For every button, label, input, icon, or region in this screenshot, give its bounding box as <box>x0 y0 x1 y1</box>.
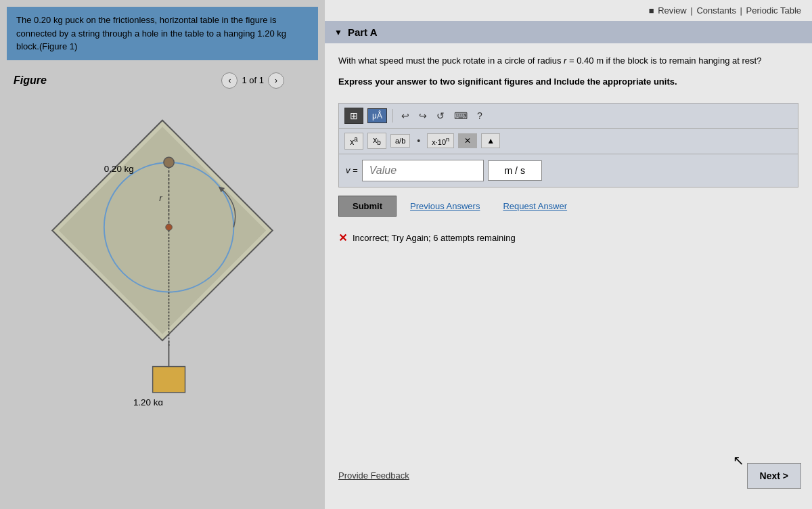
nav-page: 1 of 1 <box>242 75 264 85</box>
math-toolbar-row2: xa xb a/b • x·10n ✕ ▲ <box>338 129 798 154</box>
part-arrow-icon: ▼ <box>334 28 342 37</box>
answer-input-row: v = m / s <box>338 154 798 187</box>
figure-area: r 0.20 kg 1.20 kg <box>0 101 325 405</box>
figure-svg: r 0.20 kg 1.20 kg <box>14 101 311 405</box>
review-icon: ■ <box>649 5 654 16</box>
toolbar-undo-icon[interactable]: ↩ <box>399 109 412 123</box>
previous-answers-link[interactable]: Previous Answers <box>410 201 480 211</box>
toolbar-dot-icon[interactable]: • <box>414 134 423 148</box>
toolbar-reset-icon[interactable]: ↺ <box>434 109 447 123</box>
svg-rect-9 <box>153 366 185 392</box>
toolbar-separator <box>392 109 393 123</box>
nav-controls: ‹ 1 of 1 › <box>221 72 284 89</box>
next-button[interactable]: Next > <box>747 463 801 489</box>
toolbar-keyboard-icon[interactable]: ⌨ <box>451 109 470 123</box>
svg-marker-1 <box>59 127 266 334</box>
submit-area: Submit Previous Answers Request Answer <box>325 187 812 225</box>
figure-label-row: Figure ‹ 1 of 1 › <box>0 67 325 94</box>
svg-text:r: r <box>159 193 162 203</box>
unit-display: m / s <box>488 160 542 181</box>
incorrect-message: ✕ Incorrect; Try Again; 6 attempts remai… <box>325 225 812 251</box>
question-line2: Express your answer to two significant f… <box>338 75 798 89</box>
cursor-icon: ↖ <box>733 452 744 468</box>
variable-label: v = <box>346 165 358 175</box>
toolbar-redo-icon[interactable]: ↪ <box>416 109 430 123</box>
problem-text: The 0.20 kg puck on the frictionless, ho… <box>16 15 286 51</box>
toolbar-sci-notation-button[interactable]: x·10n <box>427 133 454 149</box>
toolbar-grid-button[interactable]: ⊞ <box>344 108 363 124</box>
incorrect-text: Incorrect; Try Again; 6 attempts remaini… <box>353 233 516 243</box>
question-area: With what speed must the puck rotate in … <box>325 43 812 103</box>
problem-text-box: The 0.20 kg puck on the frictionless, ho… <box>7 7 318 60</box>
toolbar-ua-button[interactable]: μÅ <box>367 108 387 123</box>
svg-point-5 <box>166 223 173 230</box>
part-label: Part A <box>348 26 378 38</box>
math-toolbar-row1: ⊞ μÅ ↩ ↪ ↺ ⌨ ? <box>338 103 798 129</box>
toolbar-subscript-button[interactable]: xb <box>367 133 386 149</box>
top-links: ■ Review | Constants | Periodic Table <box>648 5 801 16</box>
svg-text:1.20 kg: 1.20 kg <box>133 397 163 405</box>
svg-text:0.20 kg: 0.20 kg <box>104 164 134 174</box>
toolbar-fraction-button[interactable]: a/b <box>390 134 410 148</box>
question-line1: With what speed must the puck rotate in … <box>338 54 798 68</box>
toolbar-delete-button[interactable]: ✕ <box>458 133 477 148</box>
periodic-table-link[interactable]: Periodic Table <box>746 5 801 16</box>
toolbar-up-button[interactable]: ▲ <box>481 133 500 148</box>
top-bar: ■ Review | Constants | Periodic Table <box>325 0 812 21</box>
constants-link[interactable]: Constants <box>696 5 736 16</box>
sep2: | <box>740 5 742 16</box>
left-panel: The 0.20 kg puck on the frictionless, ho… <box>0 0 325 509</box>
right-panel: ■ Review | Constants | Periodic Table ▼ … <box>325 0 812 509</box>
figure-label: Figure <box>14 74 47 87</box>
review-link[interactable]: Review <box>658 5 687 16</box>
provide-feedback-link[interactable]: Provide Feedback <box>338 470 409 481</box>
svg-point-6 <box>164 157 174 167</box>
prev-figure-button[interactable]: ‹ <box>221 72 238 89</box>
incorrect-icon: ✕ <box>338 231 347 244</box>
toolbar-superscript-button[interactable]: xa <box>344 133 363 150</box>
sep1: | <box>690 5 692 16</box>
next-figure-button[interactable]: › <box>268 72 284 89</box>
part-header: ▼ Part A <box>325 21 812 43</box>
toolbar-help-icon[interactable]: ? <box>474 109 485 123</box>
submit-button[interactable]: Submit <box>338 196 397 217</box>
request-answer-link[interactable]: Request Answer <box>503 201 567 211</box>
value-input[interactable] <box>362 160 484 181</box>
